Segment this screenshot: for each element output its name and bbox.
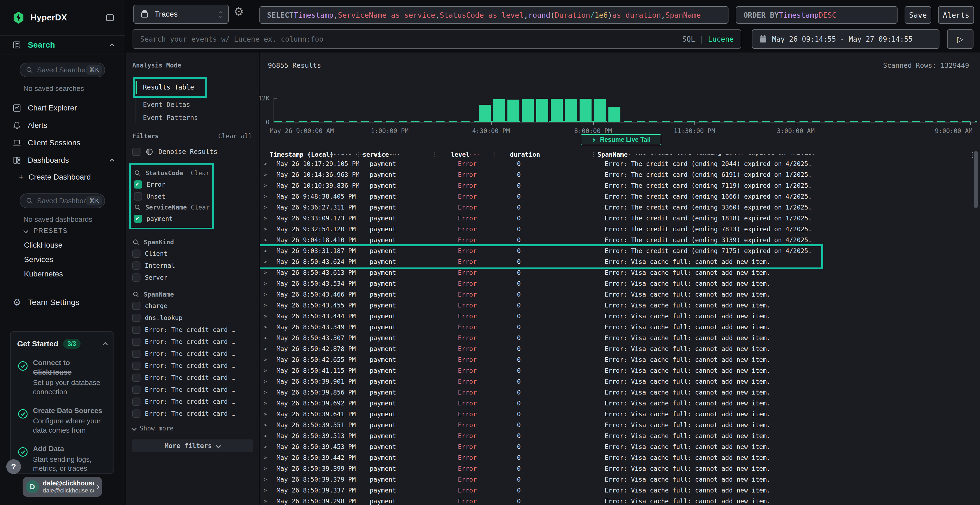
filter-checkbox[interactable] bbox=[134, 192, 142, 200]
histogram-bar[interactable] bbox=[493, 99, 505, 122]
table-row[interactable]: >May 26 8:50:43.455 PMpaymentError0Error… bbox=[260, 300, 980, 311]
saved-dashboards-input[interactable]: Saved Dashboards ⌘K bbox=[20, 194, 105, 208]
row-expand-chevron-icon[interactable]: > bbox=[264, 291, 270, 298]
row-expand-chevron-icon[interactable]: > bbox=[264, 215, 270, 221]
row-expand-chevron-icon[interactable]: > bbox=[264, 237, 270, 243]
histogram-bar[interactable] bbox=[508, 100, 519, 122]
table-row[interactable]: >May 26 8:50:43.624 PMpaymentError0Error… bbox=[260, 256, 980, 267]
table-row[interactable]: >May 26 10:10:39.836 PMpaymentError0Erro… bbox=[260, 180, 980, 191]
filter-option[interactable]: Internal bbox=[132, 262, 252, 270]
filter-option[interactable]: dns.lookup bbox=[132, 314, 252, 322]
row-expand-chevron-icon[interactable]: > bbox=[264, 172, 270, 178]
sidebar-item-team-settings[interactable]: ⚙ Team Settings bbox=[0, 294, 125, 311]
table-row[interactable]: >May 26 8:50:43.349 PMpaymentError0Error… bbox=[260, 322, 980, 332]
filter-checkbox[interactable] bbox=[132, 373, 140, 382]
row-expand-chevron-icon[interactable]: > bbox=[264, 487, 270, 494]
row-expand-chevron-icon[interactable]: > bbox=[264, 498, 270, 505]
table-row[interactable]: >May 26 9:04:18.410 PMpaymentError0Error… bbox=[260, 235, 980, 245]
table-row[interactable]: >May 26 8:50:39.337 PMpaymentError0Error… bbox=[260, 485, 980, 496]
results-histogram[interactable]: 12K 0 May 26 9:00:00 AM1:00:00 PM4:30:00… bbox=[260, 74, 980, 142]
row-expand-chevron-icon[interactable]: > bbox=[264, 465, 270, 472]
row-expand-chevron-icon[interactable]: > bbox=[264, 411, 270, 418]
filter-option[interactable]: Error: The credit card … bbox=[132, 338, 252, 346]
filter-checkbox[interactable] bbox=[132, 262, 140, 270]
row-expand-chevron-icon[interactable]: > bbox=[264, 400, 270, 407]
row-expand-chevron-icon[interactable]: > bbox=[264, 226, 270, 232]
filter-option[interactable]: payment bbox=[134, 215, 210, 223]
analysis-mode-event-deltas[interactable]: Event Deltas bbox=[135, 98, 252, 111]
row-expand-chevron-icon[interactable]: > bbox=[264, 324, 270, 330]
table-row[interactable]: >May 26 10:17:29.105 PMpaymentError0Erro… bbox=[260, 154, 980, 158]
row-expand-chevron-icon[interactable]: > bbox=[267, 154, 274, 156]
row-expand-chevron-icon[interactable]: > bbox=[264, 280, 270, 287]
filter-option[interactable]: Error: The credit card … bbox=[132, 326, 252, 334]
save-button[interactable]: Save bbox=[905, 6, 931, 24]
time-range-picker[interactable]: May 26 09:14:55 - May 27 09:14:55 bbox=[752, 29, 939, 49]
table-row[interactable]: >May 26 8:50:41.115 PMpaymentError0Error… bbox=[260, 365, 980, 376]
sidebar-item-alerts[interactable]: Alerts bbox=[0, 117, 125, 134]
table-row[interactable]: >May 26 8:50:43.466 PMpaymentError0Error… bbox=[260, 289, 980, 300]
more-filters-button[interactable]: More filters bbox=[132, 440, 253, 452]
table-row[interactable]: >May 26 9:33:09.173 PMpaymentError0Error… bbox=[260, 213, 980, 224]
source-select[interactable]: Traces bbox=[134, 5, 229, 24]
filter-checkbox[interactable] bbox=[132, 302, 140, 310]
filter-option[interactable]: Error: The credit card … bbox=[132, 362, 252, 370]
row-expand-chevron-icon[interactable]: > bbox=[264, 302, 270, 308]
analysis-mode-results-table[interactable]: Results Table bbox=[135, 81, 194, 94]
row-expand-chevron-icon[interactable]: > bbox=[264, 335, 270, 341]
denoise-checkbox[interactable] bbox=[132, 148, 140, 156]
filter-option[interactable]: Error: The credit card … bbox=[132, 397, 252, 406]
row-expand-chevron-icon[interactable]: > bbox=[264, 389, 270, 395]
table-row[interactable]: >May 26 8:50:43.444 PMpaymentError0Error… bbox=[260, 311, 980, 322]
table-row[interactable]: >May 26 9:32:54.120 PMpaymentError0Error… bbox=[260, 224, 980, 235]
lucene-toggle[interactable]: Lucene bbox=[708, 35, 733, 43]
histogram-bar[interactable] bbox=[551, 99, 563, 122]
filter-checkbox[interactable] bbox=[132, 349, 140, 358]
row-expand-chevron-icon[interactable]: > bbox=[264, 204, 270, 211]
get-started-item[interactable]: Connect to ClickHouseSet up your databas… bbox=[17, 358, 107, 397]
search-input[interactable]: Search your events w/ Lucene ex. column:… bbox=[132, 29, 741, 49]
filter-checkbox[interactable] bbox=[134, 215, 142, 223]
histogram-bar[interactable] bbox=[594, 99, 606, 122]
row-expand-chevron-icon[interactable]: > bbox=[264, 182, 270, 189]
filter-checkbox[interactable] bbox=[132, 326, 140, 334]
row-expand-chevron-icon[interactable]: > bbox=[264, 160, 270, 167]
clear-filter-button[interactable]: Clear bbox=[191, 204, 210, 211]
analysis-mode-event-patterns[interactable]: Event Patterns bbox=[135, 111, 252, 124]
table-row[interactable]: >May 26 8:50:39.298 PMpaymentError0Error… bbox=[260, 496, 980, 505]
row-expand-chevron-icon[interactable]: > bbox=[264, 269, 270, 276]
select-clause-input[interactable]: SELECT Timestamp, ServiceName as service… bbox=[259, 6, 729, 24]
filter-checkbox[interactable] bbox=[132, 249, 140, 258]
filter-option[interactable]: Error bbox=[134, 180, 210, 189]
table-row[interactable]: >May 26 8:50:43.307 PMpaymentError0Error… bbox=[260, 332, 980, 343]
row-expand-chevron-icon[interactable]: > bbox=[264, 476, 270, 483]
denoise-results-option[interactable]: Denoise Results bbox=[132, 148, 252, 156]
filter-checkbox[interactable] bbox=[132, 410, 140, 418]
filter-checkbox[interactable] bbox=[134, 180, 142, 189]
table-row[interactable]: >May 26 8:50:39.399 PMpaymentError0Error… bbox=[260, 463, 980, 474]
row-expand-chevron-icon[interactable]: > bbox=[264, 313, 270, 319]
table-row[interactable]: >May 26 8:50:42.878 PMpaymentError0Error… bbox=[260, 343, 980, 354]
histogram-bar[interactable] bbox=[536, 99, 548, 122]
sidebar-item-preset-kubernetes[interactable]: Kubernetes bbox=[0, 267, 125, 281]
row-expand-chevron-icon[interactable]: > bbox=[264, 193, 270, 200]
chevron-up-icon[interactable] bbox=[103, 342, 108, 347]
alerts-button[interactable]: Alerts bbox=[938, 6, 974, 24]
filter-option[interactable]: Error: The credit card … bbox=[132, 373, 252, 382]
run-query-button[interactable]: ▷ bbox=[947, 29, 974, 49]
user-menu[interactable]: D dale@clickhouse.com dale@clickhouse.co… bbox=[22, 477, 102, 497]
table-row[interactable]: >May 26 8:50:39.692 PMpaymentError0Error… bbox=[260, 398, 980, 409]
histogram-bar[interactable] bbox=[522, 99, 534, 122]
table-row[interactable]: >May 26 8:50:42.655 PMpaymentError0Error… bbox=[260, 354, 980, 365]
resume-live-tail-button[interactable]: Resume Live Tail bbox=[581, 134, 661, 145]
histogram-bar[interactable] bbox=[579, 99, 592, 122]
help-button[interactable]: ? bbox=[6, 459, 21, 474]
row-expand-chevron-icon[interactable]: > bbox=[264, 443, 270, 450]
table-row[interactable]: >May 26 8:50:39.453 PMpaymentError0Error… bbox=[260, 441, 980, 452]
table-row[interactable]: >May 26 8:50:39.513 PMpaymentError0Error… bbox=[260, 430, 980, 441]
table-row[interactable]: >May 26 9:36:27.311 PMpaymentError0Error… bbox=[260, 202, 980, 213]
table-row[interactable]: >May 26 8:50:39.442 PMpaymentError0Error… bbox=[260, 452, 980, 463]
sidebar-item-chart-explorer[interactable]: Chart Explorer bbox=[0, 99, 125, 117]
table-row[interactable]: >May 26 8:50:39.856 PMpaymentError0Error… bbox=[260, 387, 980, 398]
histogram-bar[interactable] bbox=[608, 106, 620, 122]
